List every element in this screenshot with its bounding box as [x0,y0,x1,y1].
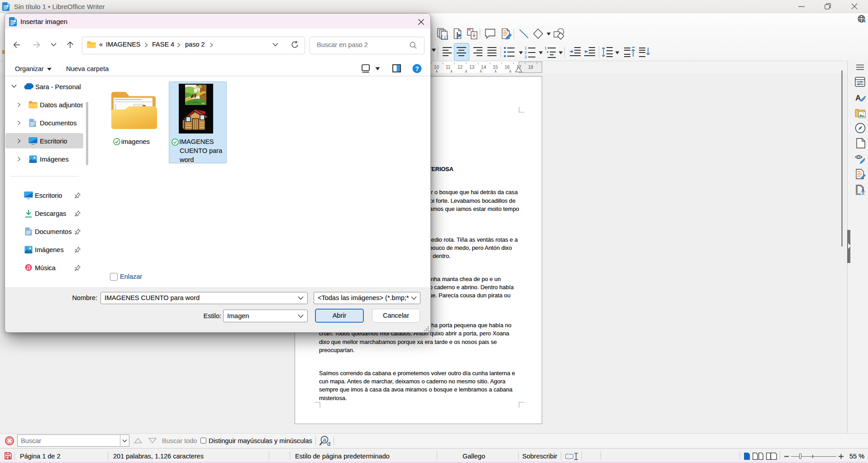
svg-text:d: d [327,440,330,447]
svg-text:1: 1 [525,46,527,50]
svg-text:a: a [323,436,327,443]
svg-text:1: 1 [544,46,547,50]
svg-text:3: 3 [525,55,527,58]
svg-text:A: A [855,94,861,102]
svg-text:[i]: [i] [441,35,448,40]
svg-text:2: 2 [525,50,527,55]
svg-text:?: ? [415,65,419,72]
